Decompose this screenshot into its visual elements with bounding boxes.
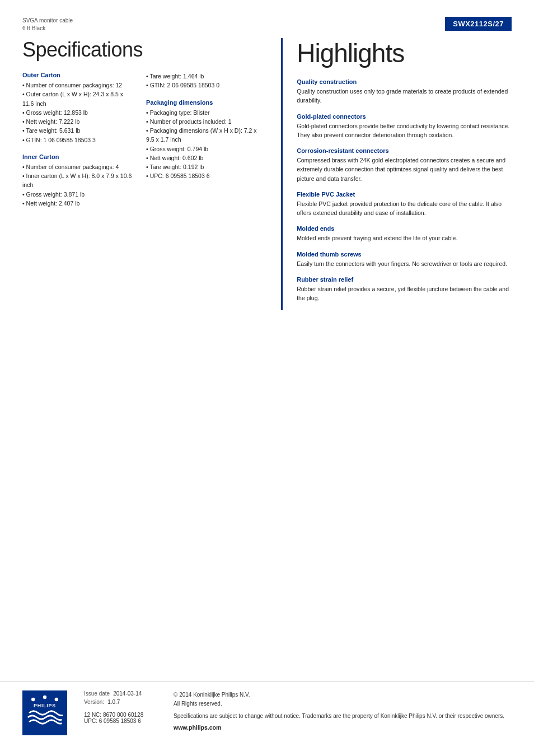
copyright-block: © 2014 Koninklijke Philips N.V. All Righ… — [174, 690, 504, 708]
highlight-section-1: Gold-plated connectorsGold-plated connec… — [297, 113, 512, 140]
list-item: UPC: 6 09585 18503 6 — [146, 171, 259, 180]
nc-upc-block: 12 NC: 8670 000 60128 UPC: 6 09585 18503… — [84, 712, 162, 724]
footer-meta: Issue date 2014-03-14 Version: 1.0.7 12 … — [84, 690, 162, 724]
list-item: Packaging type: Blister — [146, 108, 259, 117]
copyright-line1: © 2014 Koninklijke Philips N.V. — [174, 692, 250, 698]
copyright-line2: All Rights reserved. — [174, 701, 222, 707]
upc-value: 6 09585 18503 6 — [99, 718, 141, 724]
tare-gtin-section: Tare weight: 1.464 lbGTIN: 2 06 09585 18… — [146, 72, 259, 90]
spec-col-right: Tare weight: 1.464 lbGTIN: 2 06 09585 18… — [146, 72, 259, 217]
highlight-text-5: Easily turn the connectors with your fin… — [297, 259, 512, 268]
list-item: Nett weight: 2.407 lb — [22, 199, 135, 208]
outer-carton-heading: Outer Carton — [22, 72, 135, 78]
tare-gtin-list: Tare weight: 1.464 lbGTIN: 2 06 09585 18… — [146, 72, 259, 90]
upc-label: UPC: — [84, 718, 97, 724]
issue-date-row: Issue date 2014-03-14 — [84, 690, 162, 697]
footer-legal: © 2014 Koninklijke Philips N.V. All Righ… — [174, 690, 504, 732]
list-item: Packaging dimensions (W x H x D): 7.2 x … — [146, 126, 259, 144]
highlight-text-6: Rubber strain relief provides a secure, … — [297, 284, 512, 303]
svg-point-2 — [31, 698, 35, 701]
inner-carton-section: Inner Carton Number of consumer packagin… — [22, 153, 135, 208]
version-value: 1.0.7 — [107, 699, 120, 705]
highlight-section-6: Rubber strain reliefRubber strain relief… — [297, 276, 512, 303]
highlight-text-1: Gold-plated connectors provide better co… — [297, 122, 512, 140]
highlight-title-5: Molded thumb screws — [297, 251, 512, 258]
product-line: SVGA monitor cable — [22, 17, 73, 25]
version-label: Version: — [84, 699, 104, 705]
svg-point-3 — [43, 696, 46, 699]
page: SVGA monitor cable 6 ft Black SWX2112S/2… — [0, 0, 534, 756]
svg-text:PHILIPS: PHILIPS — [34, 703, 56, 708]
main-content: Specifications Outer Carton Number of co… — [22, 38, 512, 310]
highlight-title-4: Molded ends — [297, 225, 512, 232]
highlight-section-0: Quality constructionQuality construction… — [297, 78, 512, 105]
list-item: GTIN: 2 06 09585 18503 0 — [146, 81, 259, 90]
list-item: Number of consumer packagings: 4 — [22, 162, 135, 171]
highlights-column: Highlights Quality constructionQuality c… — [281, 38, 512, 310]
outer-carton-list: Number of consumer packagings: 12Outer c… — [22, 81, 135, 144]
highlight-title-2: Corrosion-resistant connectors — [297, 147, 512, 154]
list-item: Number of products included: 1 — [146, 117, 259, 126]
list-item: GTIN: 1 06 09585 18503 3 — [22, 136, 135, 144]
highlight-section-2: Corrosion-resistant connectorsCompressed… — [297, 147, 512, 183]
list-item: Tare weight: 0.192 lb — [146, 162, 259, 171]
nc-label: 12 NC: — [84, 712, 101, 718]
highlight-text-4: Molded ends prevent fraying and extend t… — [297, 234, 512, 242]
spec-columns: Outer Carton Number of consumer packagin… — [22, 72, 259, 217]
specifications-title: Specifications — [22, 38, 259, 62]
inner-carton-list: Number of consumer packagings: 4Inner ca… — [22, 162, 135, 208]
highlight-title-0: Quality construction — [297, 78, 512, 85]
list-item: Nett weight: 0.602 lb — [146, 153, 259, 162]
website: www.philips.com — [174, 723, 504, 732]
highlight-section-3: Flexible PVC JacketFlexible PVC jacket p… — [297, 191, 512, 218]
highlight-title-1: Gold-plated connectors — [297, 113, 512, 120]
packaging-dimensions-heading: Packaging dimensions — [146, 99, 259, 106]
product-variant: 6 ft Black — [22, 25, 73, 32]
nc-value: 8670 000 60128 — [103, 712, 143, 718]
product-info: SVGA monitor cable 6 ft Black — [22, 17, 73, 32]
spec-col-left: Outer Carton Number of consumer packagin… — [22, 72, 135, 217]
list-item: Gross weight: 12.853 lb — [22, 108, 135, 117]
highlight-section-4: Molded endsMolded ends prevent fraying a… — [297, 225, 512, 242]
footer: PHILIPS Issue date 2014-03-14 Version: 1… — [0, 682, 534, 745]
issue-date-value: 2014-03-14 — [113, 690, 142, 697]
packaging-dimensions-list: Packaging type: BlisterNumber of product… — [146, 108, 259, 181]
list-item: Number of consumer packagings: 12 — [22, 81, 135, 90]
version-row: Version: 1.0.7 — [84, 699, 162, 705]
list-item: Tare weight: 5.631 lb — [22, 126, 135, 135]
highlight-text-0: Quality construction uses only top grade… — [297, 87, 512, 105]
list-item: Inner carton (L x W x H): 8.0 x 7.9 x 10… — [22, 171, 135, 190]
nc-row: 12 NC: 8670 000 60128 — [84, 712, 162, 718]
list-item: Gross weight: 3.871 lb — [22, 190, 135, 199]
packaging-dimensions-section: Packaging dimensions Packaging type: Bli… — [146, 99, 259, 181]
highlight-section-5: Molded thumb screwsEasily turn the conne… — [297, 251, 512, 268]
highlight-text-3: Flexible PVC jacket provided protection … — [297, 199, 512, 218]
philips-shield-svg: PHILIPS — [22, 690, 67, 735]
list-item: Gross weight: 0.794 lb — [146, 144, 259, 153]
list-item: Nett weight: 7.222 lb — [22, 117, 135, 126]
list-item: Tare weight: 1.464 lb — [146, 72, 259, 81]
highlight-text-2: Compressed brass with 24K gold-electropl… — [297, 156, 512, 183]
legal-text: Specifications are subject to change wit… — [174, 712, 504, 721]
highlight-title-6: Rubber strain relief — [297, 276, 512, 283]
svg-point-4 — [55, 698, 58, 701]
specifications-column: Specifications Outer Carton Number of co… — [22, 38, 259, 310]
highlights-container: Quality constructionQuality construction… — [297, 78, 512, 302]
philips-logo: PHILIPS — [22, 690, 73, 736]
model-badge: SWX2112S/27 — [445, 17, 512, 31]
header: SVGA monitor cable 6 ft Black SWX2112S/2… — [22, 17, 512, 32]
issue-label: Issue date — [84, 690, 110, 697]
highlight-title-3: Flexible PVC Jacket — [297, 191, 512, 198]
highlights-title: Highlights — [297, 38, 512, 68]
upc-row: UPC: 6 09585 18503 6 — [84, 718, 162, 724]
outer-carton-section: Outer Carton Number of consumer packagin… — [22, 72, 135, 144]
list-item: Outer carton (L x W x H): 24.3 x 8.5 x 1… — [22, 90, 135, 108]
inner-carton-heading: Inner Carton — [22, 153, 135, 160]
